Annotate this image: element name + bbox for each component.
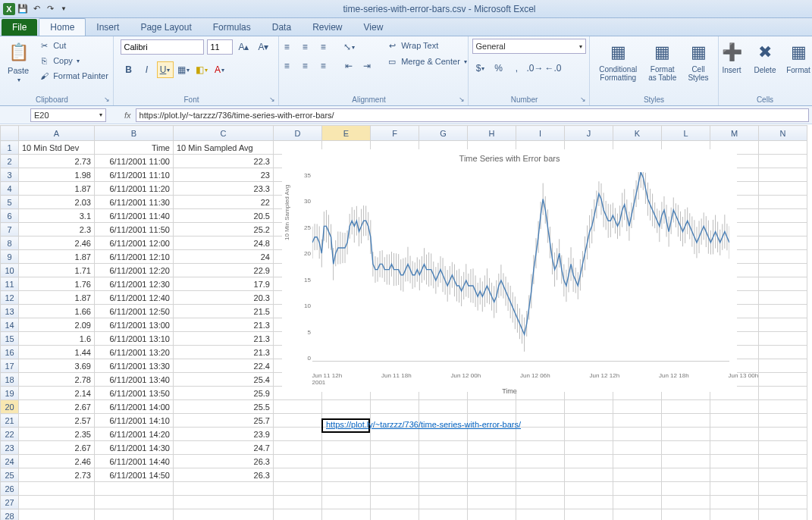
copy-button[interactable]: ⎘Copy▾	[36, 54, 110, 67]
cell-E25[interactable]	[322, 468, 371, 482]
row-header-14[interactable]: 14	[1, 318, 19, 332]
cell-I26[interactable]	[516, 482, 565, 496]
cell-A7[interactable]: 2.3	[19, 223, 95, 237]
alignment-dialog-icon[interactable]: ↘	[459, 96, 465, 103]
cell-C16[interactable]: 21.3	[174, 346, 274, 359]
row-header-19[interactable]: 19	[1, 387, 19, 400]
cell-L24[interactable]	[662, 455, 710, 468]
cell-G20[interactable]	[419, 400, 468, 414]
cell-F26[interactable]	[371, 482, 419, 496]
row-header-23[interactable]: 23	[1, 441, 19, 455]
cell-G24[interactable]	[419, 455, 468, 468]
font-dialog-icon[interactable]: ↘	[269, 96, 275, 103]
col-header-E[interactable]: E	[322, 126, 371, 141]
row-header-13[interactable]: 13	[1, 305, 19, 318]
format-painter-button[interactable]: 🖌Format Painter	[36, 69, 110, 83]
cell-L20[interactable]	[662, 400, 710, 414]
cell-L25[interactable]	[662, 468, 710, 482]
redo-icon[interactable]: ↷	[44, 3, 56, 15]
cell-B1[interactable]: Time	[95, 141, 174, 155]
cell-J21[interactable]	[565, 414, 613, 428]
decrease-decimal-icon[interactable]: ←.0	[545, 60, 562, 77]
cell-N1[interactable]	[759, 141, 807, 155]
row-header-5[interactable]: 5	[1, 196, 19, 209]
name-box[interactable]: E20▾	[30, 108, 106, 122]
row-header-6[interactable]: 6	[1, 209, 19, 223]
cell-C21[interactable]: 25.7	[174, 414, 274, 428]
qat-customize-icon[interactable]: ▼	[58, 3, 70, 15]
cell-A11[interactable]: 1.76	[19, 277, 95, 291]
cell-B24[interactable]: 6/11/2001 14:40	[95, 455, 174, 468]
cell-A27[interactable]	[19, 496, 95, 509]
decrease-font-icon[interactable]: A▾	[256, 39, 272, 55]
cell-A24[interactable]: 2.46	[19, 455, 95, 468]
cell-L27[interactable]	[662, 496, 710, 509]
col-header-I[interactable]: I	[516, 126, 565, 141]
cell-N15[interactable]	[759, 332, 807, 346]
cell-G25[interactable]	[419, 468, 468, 482]
cell-J23[interactable]	[565, 441, 613, 455]
cell-B4[interactable]: 6/11/2001 11:20	[95, 182, 174, 196]
row-header-15[interactable]: 15	[1, 332, 19, 346]
cell-K27[interactable]	[613, 496, 662, 509]
cell-A16[interactable]: 1.44	[19, 346, 95, 359]
row-header-3[interactable]: 3	[1, 168, 19, 182]
insert-cells-button[interactable]: ➕Insert	[716, 39, 747, 76]
cell-J28[interactable]	[565, 509, 613, 521]
cell-C3[interactable]: 23	[174, 168, 274, 182]
cell-B19[interactable]: 6/11/2001 13:50	[95, 387, 174, 400]
cell-H23[interactable]	[468, 441, 516, 455]
cell-F23[interactable]	[371, 441, 419, 455]
cell-C23[interactable]: 24.7	[174, 441, 274, 455]
cell-A20[interactable]: 2.67	[19, 400, 95, 414]
font-family-combo[interactable]	[121, 39, 204, 55]
font-color-button[interactable]: A▾	[212, 61, 228, 78]
cell-C14[interactable]: 21.3	[174, 318, 274, 332]
cell-B23[interactable]: 6/11/2001 14:30	[95, 441, 174, 455]
cell-B10[interactable]: 6/11/2001 12:20	[95, 264, 174, 277]
cell-I28[interactable]	[516, 509, 565, 521]
cell-I27[interactable]	[516, 496, 565, 509]
row-header-21[interactable]: 21	[1, 414, 19, 428]
row-header-7[interactable]: 7	[1, 223, 19, 237]
cell-J27[interactable]	[565, 496, 613, 509]
row-header-28[interactable]: 28	[1, 509, 19, 521]
cell-N7[interactable]	[759, 223, 807, 237]
cell-C1[interactable]: 10 Min Sampled Avg	[174, 141, 274, 155]
row-header-17[interactable]: 17	[1, 359, 19, 373]
align-left-icon[interactable]: ≡	[278, 58, 295, 74]
cell-N5[interactable]	[759, 196, 807, 209]
cell-N14[interactable]	[759, 318, 807, 332]
cell-C18[interactable]: 25.4	[174, 373, 274, 387]
cell-C17[interactable]: 22.4	[174, 359, 274, 373]
col-header-N[interactable]: N	[759, 126, 807, 141]
number-format-combo[interactable]: General▾	[472, 39, 586, 54]
cell-N20[interactable]	[759, 400, 807, 414]
cell-I23[interactable]	[516, 441, 565, 455]
cell-I25[interactable]	[516, 468, 565, 482]
align-right-icon[interactable]: ≡	[315, 58, 331, 74]
row-header-1[interactable]: 1	[1, 141, 19, 155]
cell-B25[interactable]: 6/11/2001 14:50	[95, 468, 174, 482]
cell-L22[interactable]	[662, 428, 710, 441]
cell-C10[interactable]: 22.9	[174, 264, 274, 277]
delete-cells-button[interactable]: ✖Delete	[750, 39, 780, 76]
row-header-25[interactable]: 25	[1, 468, 19, 482]
cell-I20[interactable]	[516, 400, 565, 414]
row-header-22[interactable]: 22	[1, 428, 19, 441]
col-header-B[interactable]: B	[95, 126, 174, 141]
cell-L28[interactable]	[662, 509, 710, 521]
comma-format-icon[interactable]: ,	[509, 60, 525, 77]
cell-A13[interactable]: 1.66	[19, 305, 95, 318]
col-header-D[interactable]: D	[274, 126, 322, 141]
cell-N22[interactable]	[759, 428, 807, 441]
cell-L21[interactable]	[662, 414, 710, 428]
cell-M21[interactable]	[710, 414, 759, 428]
cell-N3[interactable]	[759, 168, 807, 182]
cell-N25[interactable]	[759, 468, 807, 482]
tab-file[interactable]: File	[2, 19, 37, 36]
cell-H26[interactable]	[468, 482, 516, 496]
cell-G27[interactable]	[419, 496, 468, 509]
cell-N2[interactable]	[759, 155, 807, 168]
cell-B8[interactable]: 6/11/2001 12:00	[95, 237, 174, 250]
